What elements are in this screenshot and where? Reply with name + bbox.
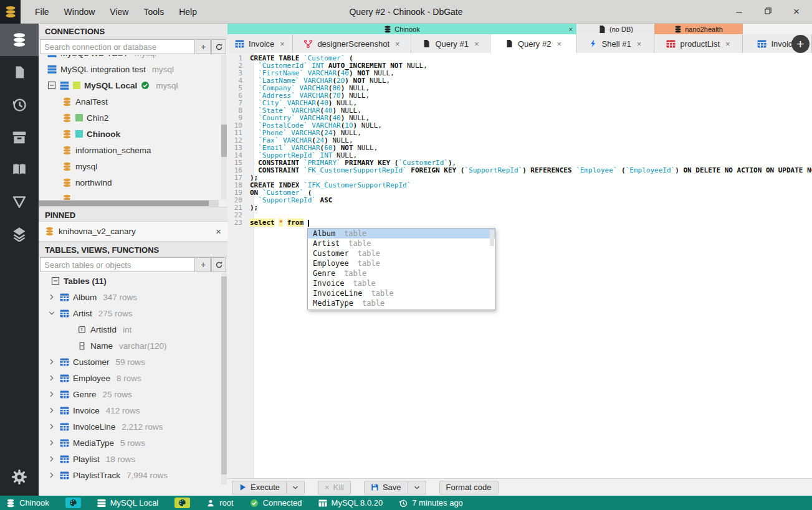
tab-query-1[interactable]: Query #1× (411, 34, 490, 53)
tab-group-Chinook[interactable]: Chinook× (227, 24, 576, 34)
activity-funnel-button[interactable] (0, 186, 39, 218)
autocomplete-item-genre[interactable]: Genretable (308, 268, 495, 278)
close-tab-icon[interactable]: × (395, 39, 400, 49)
chevron-right-icon[interactable] (47, 293, 56, 301)
activity-history-button[interactable] (0, 88, 39, 121)
connection-item-mysql[interactable]: mysql (39, 158, 227, 174)
close-tab-icon[interactable]: × (637, 39, 642, 49)
tree-item-artistid[interactable]: ArtistIdint (39, 321, 227, 338)
theme-color-badge[interactable] (65, 498, 81, 508)
autocomplete-item-customer[interactable]: Customertable (308, 248, 495, 258)
tree-item-employee[interactable]: Employee8 rows (39, 370, 227, 386)
kill-button[interactable]: × Kill (318, 481, 351, 494)
sql-editor[interactable]: 1CREATE TABLE `Customer` (2 `CustomerId`… (227, 53, 812, 478)
chevron-right-icon[interactable] (47, 423, 56, 430)
connection-item-northwind[interactable]: northwind (39, 174, 227, 191)
connections-horizontal-scrollbar[interactable] (39, 200, 219, 207)
menu-tools[interactable]: Tools (138, 4, 170, 19)
tab-invoice[interactable]: Invoice× (227, 34, 293, 53)
tree-item-playlist[interactable]: Playlist18 rows (39, 451, 227, 467)
refresh-connections-button[interactable] (211, 39, 226, 54)
pinned-item[interactable]: knihovna_v2_canary × (39, 222, 227, 242)
execute-button[interactable]: Execute (232, 481, 287, 494)
autocomplete-item-invoice[interactable]: Invoicetable (308, 278, 495, 288)
activity-database-button[interactable] (0, 24, 39, 56)
add-connection-button[interactable]: + (196, 39, 211, 54)
connection-item-Chin2[interactable]: Chin2 (39, 110, 227, 126)
new-tab-button[interactable]: + (791, 35, 810, 53)
connection-item-MySQL Local[interactable]: MySQL Localmysql (39, 77, 227, 93)
connections-search-input[interactable] (40, 39, 195, 54)
close-tab-icon[interactable]: × (556, 39, 561, 49)
chevron-right-icon[interactable] (47, 374, 56, 382)
chevron-right-icon[interactable] (47, 407, 56, 414)
chevron-down-icon[interactable] (47, 309, 56, 317)
add-table-button[interactable]: + (196, 257, 211, 272)
autocomplete-item-employee[interactable]: Employeetable (308, 258, 495, 268)
tree-item-playlisttrack[interactable]: PlaylistTrack7,994 rows (39, 467, 227, 483)
save-button[interactable]: Save (364, 481, 408, 494)
chevron-right-icon[interactable] (47, 358, 56, 366)
tab-group-(no DB)[interactable]: (no DB) (576, 24, 654, 34)
tree-item-tables-11-[interactable]: Tables (11) (39, 273, 227, 289)
connection-item-AnalTest[interactable]: AnalTest (39, 93, 227, 110)
status-mysql-local[interactable]: MySQL Local (97, 498, 159, 508)
connection-item-MySQL integration test[interactable]: MySQL integration testmysql (39, 61, 227, 77)
chevron-right-icon[interactable] (47, 439, 56, 446)
autocomplete-item-artist[interactable]: Artisttable (308, 238, 495, 248)
format-code-button[interactable]: Format code (439, 481, 499, 494)
status-7-minutes-ago[interactable]: 7 minutes ago (399, 498, 463, 508)
unpin-close-icon[interactable]: × (216, 226, 221, 237)
close-tab-icon[interactable]: × (725, 39, 730, 49)
tree-item-mediatype[interactable]: MediaType5 rows (39, 435, 227, 451)
connection-item-Chinook[interactable]: Chinook (39, 126, 227, 142)
tables-vertical-scrollbar[interactable] (221, 273, 227, 484)
connections-vertical-scrollbar[interactable] (221, 55, 227, 200)
autocomplete-item-invoiceline[interactable]: InvoiceLinetable (308, 288, 495, 298)
tab-productlist[interactable]: productList× (654, 34, 743, 53)
minimize-button[interactable]: – (732, 6, 746, 18)
menu-file[interactable]: File (29, 4, 55, 19)
save-dropdown-button[interactable] (408, 481, 426, 494)
tree-item-album[interactable]: Album347 rows (39, 289, 227, 305)
close-button[interactable]: × (790, 6, 803, 18)
activity-layers-button[interactable] (0, 218, 39, 250)
tab-designerscreenshot[interactable]: designerScreenshot× (293, 34, 411, 53)
tree-item-invoice[interactable]: Invoice412 rows (39, 402, 227, 418)
status-color-badge[interactable] (65, 498, 81, 508)
status-root[interactable]: root (206, 498, 233, 508)
autocomplete-item-mediatype[interactable]: MediaTypetable (308, 298, 495, 308)
close-group-icon[interactable]: × (569, 26, 573, 33)
autocomplete-scrollbar[interactable] (490, 230, 494, 246)
menu-window[interactable]: Window (59, 4, 101, 19)
activity-book-button[interactable] (0, 153, 39, 186)
autocomplete-item-album[interactable]: Albumtable (308, 229, 495, 238)
close-tab-icon[interactable]: × (474, 39, 479, 49)
tab-group-unnamed[interactable] (743, 24, 812, 34)
tab-group-nano2health[interactable]: nano2health (654, 24, 743, 34)
status-chinook[interactable]: Chinook (6, 498, 49, 508)
settings-button[interactable] (0, 463, 39, 491)
tab-query-2[interactable]: Query #2× (490, 34, 576, 53)
theme-color-badge[interactable] (174, 498, 190, 508)
chevron-right-icon[interactable] (47, 455, 56, 463)
status-connected[interactable]: Connected (250, 498, 302, 508)
tree-item-invoiceline[interactable]: InvoiceLine2,212 rows (39, 418, 227, 435)
tree-item-name[interactable]: Namevarchar(120) (39, 338, 227, 354)
tables-search-input[interactable] (40, 257, 195, 272)
tree-item-customer[interactable]: Customer59 rows (39, 354, 227, 370)
restore-button[interactable] (761, 6, 775, 18)
close-tab-icon[interactable]: × (280, 39, 285, 49)
activity-file-button[interactable] (0, 56, 39, 88)
execute-dropdown-button[interactable] (286, 481, 305, 494)
status-color-badge[interactable] (174, 498, 190, 508)
tree-item-genre[interactable]: Genre25 rows (39, 386, 227, 402)
chevron-right-icon[interactable] (47, 390, 56, 398)
menu-help[interactable]: Help (173, 4, 203, 19)
activity-archive-button[interactable] (0, 121, 39, 153)
connection-item-information_schema[interactable]: information_schema (39, 142, 227, 158)
tree-item-artist[interactable]: Artist275 rows (39, 305, 227, 321)
status-mysql-8-0-20[interactable]: MySQL 8.0.20 (318, 498, 383, 508)
tab-shell-1[interactable]: Shell #1× (576, 34, 654, 53)
refresh-tables-button[interactable] (211, 257, 226, 272)
